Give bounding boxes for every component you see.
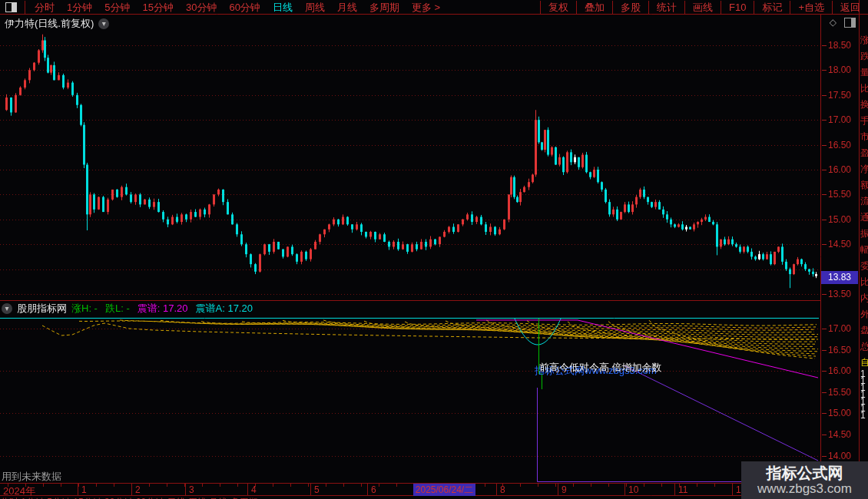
- right-strip-char: 内: [860, 290, 868, 306]
- main-axis-label: 15.50: [828, 189, 859, 200]
- main-axis-label: 18.00: [828, 64, 859, 75]
- period-tab-多周期[interactable]: 多周期: [363, 2, 406, 13]
- period-tab-1分钟[interactable]: 1分钟: [61, 2, 98, 13]
- indicator-axis-label: 16.50: [828, 345, 859, 355]
- indicator-header: ▾ 股朋指标网 涨H: -跌L: -震谱: 17.20震谱A: 17.20: [2, 302, 260, 315]
- right-strip-char: 跌: [860, 48, 868, 64]
- indicator-axis-label: 15.50: [828, 387, 859, 398]
- right-strip-char: 净: [860, 161, 868, 177]
- pane-split-icon[interactable]: [844, 18, 856, 28]
- toolbar-button-标记[interactable]: 标记: [754, 1, 790, 14]
- corner-icons: ◇: [830, 17, 856, 28]
- right-strip-char: 振: [860, 226, 868, 242]
- watermark-title: 指标公式网: [767, 464, 843, 481]
- diamond-icon[interactable]: ◇: [830, 17, 837, 28]
- watermark-box: 指标公式网 www.zbgs3.com: [741, 461, 868, 499]
- x-axis-month-4: 4: [251, 484, 257, 495]
- indicator-name: 股朋指标网: [17, 302, 67, 316]
- toolbar-divider: [25, 1, 25, 14]
- main-axis-label: 18.50: [828, 40, 859, 51]
- period-tab-15分钟[interactable]: 15分钟: [136, 2, 179, 13]
- clipped-bottom-row: 分时 1分钟 5分钟 15分钟 30分钟 60分钟 日线 周线 月线 多周期: [0, 496, 868, 499]
- x-axis-month-5: 5: [314, 484, 320, 495]
- x-axis-month-8: 8: [500, 484, 505, 495]
- toolbar-button-复权[interactable]: 复权: [540, 1, 576, 14]
- right-strip-char: 总: [860, 339, 868, 355]
- right-strip-char: 盈: [860, 145, 868, 161]
- main-axis-label: 13.50: [828, 289, 859, 299]
- indicator-axis-label: 16.00: [828, 365, 859, 376]
- indicator-field: 震谱A: 17.20: [196, 302, 253, 314]
- right-strip-char: 流: [860, 193, 868, 210]
- window-split-icon[interactable]: [5, 2, 17, 12]
- toolbar-button-叠加[interactable]: 叠加: [576, 1, 612, 14]
- watermark-url: www.zbgs3.com: [757, 481, 852, 496]
- x-axis-month-1: 1: [81, 484, 87, 495]
- right-strip-char: 比: [860, 274, 868, 290]
- period-tab-日线[interactable]: 日线: [267, 2, 299, 13]
- main-axis-label: 16.50: [828, 140, 859, 150]
- period-tab-分时[interactable]: 分时: [28, 2, 61, 13]
- right-strip-char: 通: [860, 210, 868, 226]
- period-tab-5分钟[interactable]: 5分钟: [98, 2, 136, 13]
- x-axis-month-10: 10: [628, 484, 638, 495]
- right-strip-char: 市: [860, 129, 868, 145]
- indicator-axis-label: 14.50: [828, 429, 859, 440]
- toolbar-right-buttons: 复权叠加多股统计画线F10标记+自选返回: [540, 0, 868, 15]
- period-tab-月线[interactable]: 月线: [331, 2, 363, 13]
- future-data-note: 用到未来数据: [2, 470, 61, 484]
- right-strip-char: 换: [860, 97, 868, 113]
- indicator-field: 跌L: -: [105, 302, 130, 314]
- toolbar-button-返回[interactable]: 返回: [832, 1, 868, 14]
- chevron-down-icon[interactable]: ▾: [98, 18, 109, 29]
- clipped-right-pane: 涨跌量比换手市盈净额流通振幅委比内外盘总自1111111: [860, 32, 868, 499]
- indicator-axis-label: 17.00: [828, 323, 859, 334]
- toolbar-button-画线[interactable]: 画线: [684, 1, 721, 14]
- toolbar-button-多股[interactable]: 多股: [612, 1, 648, 14]
- right-strip-digit: 1: [860, 412, 868, 419]
- stock-title: 伊力特(日线.前复权): [5, 17, 94, 31]
- right-strip-char: 量: [860, 64, 868, 81]
- x-axis-month-6: 6: [371, 484, 376, 495]
- main-axis-label: 15.00: [828, 214, 859, 225]
- trading-app-window: 分时1分钟5分钟15分钟30分钟60分钟日线周线月线多周期更多 > 复权叠加多股…: [0, 0, 868, 499]
- x-axis-month-2: 2: [135, 484, 141, 495]
- toolbar-button-统计[interactable]: 统计: [648, 1, 684, 14]
- period-tab-30分钟[interactable]: 30分钟: [180, 2, 223, 13]
- period-tabs: 分时1分钟5分钟15分钟30分钟60分钟日线周线月线多周期更多 >: [28, 1, 446, 15]
- right-strip-char: 额: [860, 177, 868, 193]
- indicator-values: 涨H: -跌L: -震谱: 17.20震谱A: 17.20: [71, 302, 260, 316]
- x-axis-month-3: 3: [189, 484, 194, 495]
- indicator-collapse-icon[interactable]: ▾: [2, 303, 12, 314]
- indicator-field: 震谱: 17.20: [137, 302, 188, 314]
- period-toolbar: 分时1分钟5分钟15分钟30分钟60分钟日线周线月线多周期更多 > 复权叠加多股…: [0, 0, 868, 15]
- chart-title-bar: 伊力特(日线.前复权) ▾: [5, 17, 109, 31]
- right-strip-char: 手: [860, 113, 868, 129]
- right-strip-char: 幅: [860, 242, 868, 258]
- right-strip-char: 委: [860, 258, 868, 274]
- chart-canvas[interactable]: [0, 0, 868, 499]
- indicator-annotation-white: 前高今低对今高 倍增加余数: [539, 361, 662, 375]
- indicator-axis-label: 15.00: [828, 408, 859, 418]
- right-strip-char: 外: [860, 306, 868, 322]
- main-axis-label: 14.50: [828, 239, 859, 250]
- right-strip-char: 涨: [860, 32, 868, 48]
- crosshair-date-badge: 2025/06/24/二: [413, 484, 475, 496]
- right-strip-char: 盘: [860, 322, 868, 339]
- main-axis-label: 17.00: [828, 114, 859, 125]
- x-axis-month-11: 11: [678, 484, 687, 495]
- x-axis-month-9: 9: [562, 484, 567, 495]
- last-price-badge: 13.83: [821, 271, 858, 284]
- toolbar-button-+自选[interactable]: +自选: [790, 1, 832, 14]
- main-axis-label: 17.50: [828, 90, 859, 101]
- main-axis-label: 16.00: [828, 164, 859, 175]
- period-tab-60分钟[interactable]: 60分钟: [223, 2, 266, 13]
- period-tab-周线[interactable]: 周线: [299, 2, 331, 13]
- indicator-axis-label: 14.00: [828, 451, 859, 461]
- right-strip-char: 比: [860, 81, 868, 97]
- toolbar-button-F10[interactable]: F10: [721, 1, 754, 14]
- indicator-field: 涨H: -: [71, 302, 98, 314]
- period-tab-更多 >[interactable]: 更多 >: [406, 2, 446, 13]
